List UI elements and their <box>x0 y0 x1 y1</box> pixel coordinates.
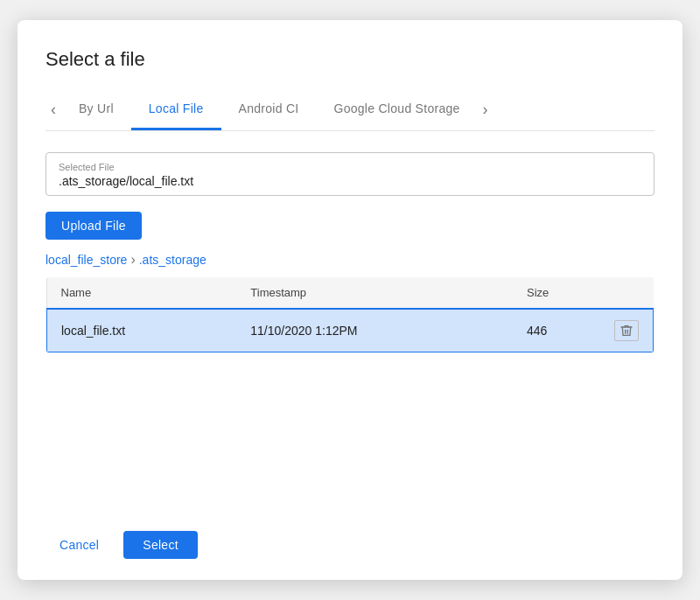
col-header-timestamp: Timestamp <box>236 277 513 310</box>
tab-local-file[interactable]: Local File <box>131 89 221 130</box>
breadcrumb-separator: › <box>130 252 135 268</box>
cancel-button[interactable]: Cancel <box>46 531 113 559</box>
tabs-next-button[interactable]: › <box>478 88 494 130</box>
tabs-prev-button[interactable]: ‹ <box>46 88 61 130</box>
select-button[interactable]: Select <box>123 531 198 559</box>
selected-file-label: Selected File <box>59 162 641 172</box>
table-header-row: Name Timestamp Size <box>46 277 654 310</box>
table-row[interactable]: local_file.txt11/10/2020 1:12PM446 <box>46 309 654 352</box>
col-header-delete <box>600 277 654 310</box>
cell-timestamp: 11/10/2020 1:12PM <box>236 309 513 352</box>
breadcrumb-root[interactable]: local_file_store <box>46 253 127 267</box>
selected-file-value: .ats_storage/local_file.txt <box>59 174 641 188</box>
file-table: Name Timestamp Size local_file.txt11/10/… <box>46 276 654 353</box>
cell-name: local_file.txt <box>46 309 236 352</box>
tab-by-url[interactable]: By Url <box>61 89 131 130</box>
cell-size: 446 <box>513 309 600 352</box>
breadcrumb: local_file_store › .ats_storage <box>46 252 654 268</box>
cell-delete <box>600 309 654 352</box>
content-area: Selected File .ats_storage/local_file.tx… <box>46 131 654 510</box>
upload-file-button[interactable]: Upload File <box>46 212 142 240</box>
selected-file-field: Selected File .ats_storage/local_file.tx… <box>46 152 654 196</box>
tabs-container: ‹ By Url Local File Android CI Google Cl… <box>46 88 654 131</box>
delete-file-button[interactable] <box>614 320 639 341</box>
dialog-footer: Cancel Select <box>46 510 654 559</box>
tab-android-ci[interactable]: Android CI <box>221 89 317 130</box>
breadcrumb-current[interactable]: .ats_storage <box>139 253 206 267</box>
tab-google-cloud-storage[interactable]: Google Cloud Storage <box>316 89 477 130</box>
dialog-title: Select a file <box>46 48 654 71</box>
col-header-size: Size <box>513 277 600 310</box>
file-select-dialog: Select a file ‹ By Url Local File Androi… <box>18 20 682 580</box>
col-header-name: Name <box>46 277 236 310</box>
